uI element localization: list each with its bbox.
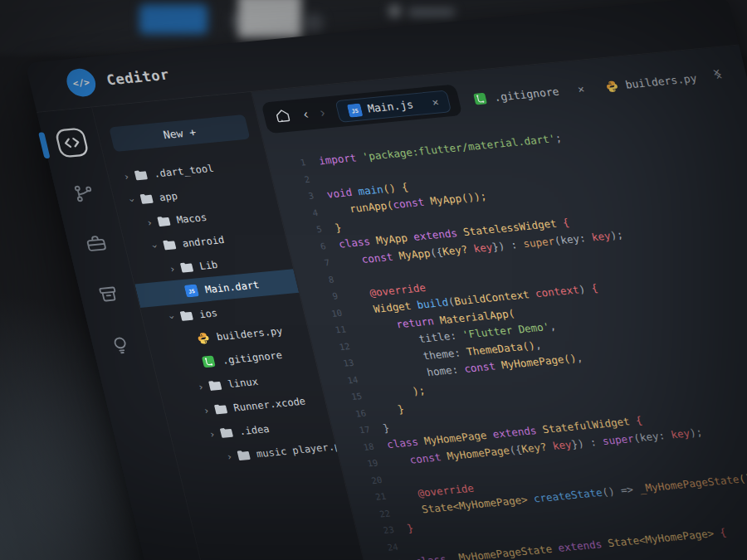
- line-number: 13: [316, 357, 369, 372]
- background-text-blob: [408, 8, 455, 17]
- no-chevron: [189, 363, 201, 363]
- line-number: 11: [308, 323, 360, 338]
- line-text: }: [378, 403, 406, 418]
- tab-label: .gitignore: [493, 85, 560, 104]
- chevron-icon: ›: [120, 170, 134, 183]
- branch-icon: [71, 181, 98, 207]
- tree-item-label: Lib: [198, 259, 219, 272]
- tree-item-label: Runner.xcode: [232, 395, 307, 413]
- background-avatar-blob: [388, 5, 401, 17]
- chevron-icon: ›: [142, 216, 156, 228]
- folder-file-icon: [212, 402, 229, 416]
- editor-window: </> Ceditor: [25, 0, 747, 560]
- folder-file-icon: [155, 214, 172, 227]
- folder-file-icon: [138, 192, 154, 205]
- rail-item-projects[interactable]: [77, 227, 116, 261]
- folder-file-icon: [178, 309, 195, 322]
- tree-item-label: builders.py: [215, 324, 283, 342]
- line-number: 6: [288, 240, 340, 255]
- rail-item-code[interactable]: [53, 127, 92, 161]
- tree-item-label: Main.dart: [204, 279, 261, 295]
- line-number: 19: [340, 456, 393, 471]
- line-number: 22: [353, 507, 405, 522]
- home-icon: [272, 106, 293, 127]
- line-number: 10: [305, 306, 357, 321]
- line-number: 9: [300, 290, 353, 304]
- nav-back-button[interactable]: ‹: [302, 108, 310, 121]
- chevron-right-icon: ›: [319, 106, 326, 119]
- line-number: 21: [349, 490, 401, 505]
- home-button[interactable]: [272, 106, 293, 127]
- git-file-icon: [201, 355, 217, 368]
- tree-item-label: Macos: [175, 212, 208, 226]
- new-file-button[interactable]: New +: [109, 114, 250, 152]
- chevron-icon: ›: [165, 310, 179, 323]
- line-number: 8: [296, 273, 349, 288]
- background-white-page: [238, 0, 301, 38]
- app-title: Ceditor: [105, 66, 171, 89]
- tree-item-label: ios: [198, 307, 219, 320]
- active-indicator: [38, 132, 51, 158]
- folder-file-icon: [235, 448, 251, 461]
- window-close-button[interactable]: ×: [706, 63, 727, 80]
- chevron-icon: ›: [222, 450, 237, 463]
- chevron-icon: ›: [125, 193, 139, 206]
- no-chevron: [172, 291, 183, 292]
- line-number: 4: [281, 206, 333, 221]
- tab-main-js[interactable]: JSMain.js×: [334, 90, 452, 123]
- js-file-icon: JS: [346, 103, 363, 116]
- line-number: 14: [320, 373, 373, 388]
- background-icon-blob: [304, 13, 324, 33]
- line-number: 20: [344, 473, 397, 488]
- no-chevron: [183, 338, 195, 339]
- rail-item-ideas[interactable]: [101, 329, 140, 363]
- dart-file-icon: JS: [184, 284, 201, 297]
- python-file-icon: [195, 331, 212, 344]
- line-number: 23: [356, 523, 408, 538]
- line-number: 24: [360, 540, 413, 555]
- briefcase-icon: [83, 231, 110, 257]
- tree-item-label: app: [158, 190, 178, 203]
- line-number: 7: [292, 256, 344, 271]
- window-body: New + ›.dart_tool›app›Macos›android›LibJ…: [37, 45, 747, 560]
- python-file-icon: [604, 80, 621, 93]
- line-number: 5: [284, 222, 336, 237]
- chevron-left-icon: ‹: [302, 108, 310, 121]
- tab-close-button[interactable]: ×: [431, 95, 440, 108]
- chevron-icon: ›: [199, 404, 213, 416]
- folder-file-icon: [161, 238, 178, 251]
- tab-close-button[interactable]: ×: [576, 83, 585, 95]
- chevron-icon: ›: [205, 427, 219, 440]
- folder-file-icon: [133, 168, 149, 182]
- rail-item-archive[interactable]: [89, 278, 128, 312]
- code-icon: [52, 125, 91, 162]
- nav-strip: ‹ › JSMain.js×: [261, 84, 462, 134]
- tab-label: builders.py: [624, 72, 698, 91]
- tree-item-label: .idea: [238, 422, 271, 436]
- line-number: 2: [272, 173, 325, 187]
- nav-forward-button[interactable]: ›: [319, 106, 326, 119]
- git-file-icon: [473, 92, 490, 105]
- rail-item-source-control[interactable]: [65, 177, 104, 211]
- chevron-icon: ›: [165, 262, 179, 275]
- tree-item-label: .dart_tool: [153, 162, 215, 179]
- line-number: 15: [325, 390, 377, 405]
- chevron-icon: ›: [193, 380, 208, 392]
- folder-file-icon: [178, 261, 195, 274]
- folder-file-icon: [218, 426, 235, 439]
- folder-file-icon: [207, 378, 223, 392]
- line-number: 25: [364, 557, 417, 560]
- line-number: 17: [332, 423, 384, 438]
- tab--gitignore[interactable]: .gitignore×: [471, 75, 586, 105]
- active-tab-slot: JSMain.js×: [334, 90, 452, 123]
- archive-box-icon: [95, 282, 122, 308]
- app-logo-icon: </>: [64, 67, 99, 98]
- line-number: 12: [312, 339, 364, 354]
- tree-item-label: .gitignore: [221, 349, 283, 367]
- line-number: 3: [276, 189, 329, 204]
- background-blue-button: [139, 4, 208, 34]
- tab-label: Main.js: [366, 98, 414, 114]
- line-number: 18: [336, 440, 388, 455]
- tab-builders-py[interactable]: builders.py×: [603, 62, 724, 93]
- line-number: 1: [268, 156, 320, 171]
